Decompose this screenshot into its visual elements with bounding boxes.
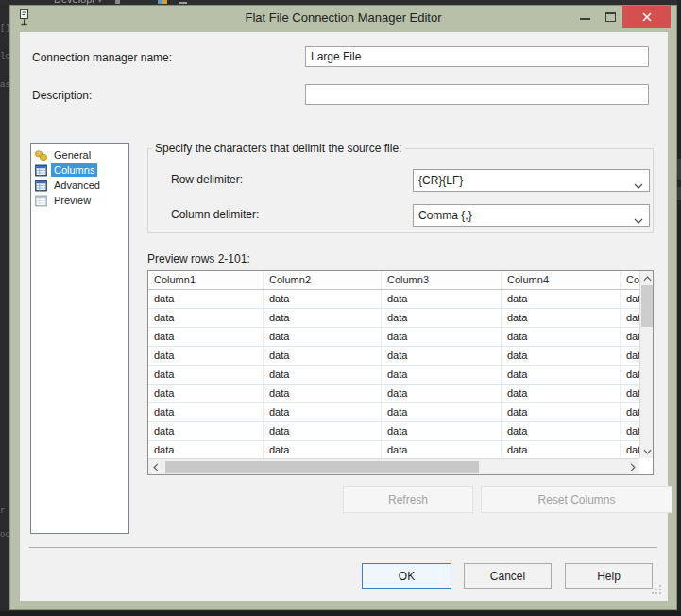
dialog-icon <box>18 9 30 31</box>
column-delimiter-value: Comma {,} <box>418 209 472 222</box>
preview-cell: data <box>502 328 621 346</box>
help-button[interactable]: Help <box>565 563 653 589</box>
sidebar-item-label: Preview <box>51 194 94 207</box>
horizontal-scroll-thumb[interactable] <box>165 461 479 473</box>
preview-cell: data <box>148 347 264 365</box>
close-button[interactable] <box>622 6 671 28</box>
table-row: datadatadatadatadata <box>148 441 653 458</box>
preview-cell: data <box>382 290 502 308</box>
preview-cell: data <box>148 422 264 440</box>
connection-name-label: Connection manager name: <box>32 51 172 64</box>
sidebar-item-label: Columns <box>51 163 97 177</box>
table-row: datadatadatadatadata <box>148 347 653 366</box>
table-row: datadatadatadatadata <box>148 385 653 403</box>
flat-file-connection-manager-dialog: Flat File Connection Manager Editor Conn… <box>9 5 677 610</box>
reset-columns-button[interactable]: Reset Columns <box>481 486 672 513</box>
cancel-button[interactable]: Cancel <box>464 563 552 589</box>
preview-cell: data <box>502 309 621 327</box>
separator-line <box>29 547 657 548</box>
table-icon <box>35 180 47 192</box>
preview-cell: data <box>148 366 264 384</box>
code-fragment: as <box>0 80 9 90</box>
connection-name-input[interactable] <box>305 46 649 67</box>
dialog-body: Connection manager name: Description: Ge… <box>20 32 668 601</box>
preview-cell: data <box>148 309 264 327</box>
delimiters-group-title: Specify the characters that delimit the … <box>151 142 405 155</box>
preview-cell: data <box>264 441 382 458</box>
preview-cell: data <box>148 290 264 308</box>
preview-cell: data <box>502 347 621 365</box>
table-row: datadatadatadatadata <box>148 328 653 347</box>
table-row: datadatadatadatadata <box>148 366 653 385</box>
sidebar-item-preview[interactable]: Preview <box>31 193 128 208</box>
horizontal-scrollbar[interactable] <box>148 458 639 474</box>
preview-cell: data <box>382 403 502 421</box>
preview-grid: Column1Column2Column3Column4Column5 data… <box>147 270 654 475</box>
preview-cell: data <box>502 441 621 458</box>
vertical-scrollbar[interactable] <box>639 271 653 458</box>
preview-cell: data <box>502 366 621 384</box>
minimize-button[interactable] <box>580 18 590 20</box>
column-header[interactable]: Column3 <box>382 271 502 289</box>
sidebar-item-columns[interactable]: Columns <box>31 163 128 178</box>
table-row: datadatadatadatadata <box>148 403 653 422</box>
column-delimiter-label: Column delimiter: <box>171 208 259 221</box>
toolbar-icon-fragment <box>115 0 120 4</box>
code-fragment: lc <box>0 52 9 61</box>
preview-cell: data <box>502 290 621 308</box>
preview-cell: data <box>502 385 621 402</box>
sidebar-item-advanced[interactable]: Advanced <box>31 178 128 193</box>
scroll-down-icon[interactable] <box>640 445 654 457</box>
preview-grid-rows: datadatadatadatadatadatadatadatadatadata… <box>148 290 653 458</box>
scroll-up-icon[interactable] <box>640 272 654 284</box>
preview-cell: data <box>382 385 502 402</box>
chevron-down-icon <box>634 179 643 192</box>
vertical-scroll-thumb[interactable] <box>641 285 653 327</box>
preview-cell: data <box>148 403 264 421</box>
titlebar[interactable]: Flat File Connection Manager Editor <box>10 6 676 32</box>
toolbar-icon-fragment <box>162 0 167 4</box>
coins-icon <box>35 149 47 162</box>
preview-cell: data <box>382 441 502 458</box>
background-bottom-edge <box>0 611 681 616</box>
dialog-title: Flat File Connection Manager Editor <box>10 6 676 30</box>
preview-cell: data <box>148 385 264 402</box>
preview-grid-header: Column1Column2Column3Column4Column5 <box>148 271 653 290</box>
sidebar-item-label: Advanced <box>51 179 103 192</box>
row-delimiter-label: Row delimiter: <box>171 173 243 186</box>
code-fragment: r <box>0 506 5 516</box>
preview-cell: data <box>264 422 382 440</box>
table-row: datadatadatadatadata <box>148 422 653 441</box>
column-header[interactable]: Column1 <box>148 271 264 289</box>
table-icon <box>35 164 47 177</box>
preview-cell: data <box>382 328 502 346</box>
resize-grip[interactable] <box>650 582 662 599</box>
preview-cell: data <box>264 347 382 365</box>
description-input[interactable] <box>305 84 649 105</box>
toolbar-icon-fragment <box>179 2 187 4</box>
scroll-left-icon[interactable] <box>149 459 162 475</box>
preview-cell: data <box>148 441 264 458</box>
code-fragment: [] <box>0 24 9 33</box>
sidebar-item-general[interactable]: General <box>31 147 128 163</box>
preview-cell: data <box>382 422 502 440</box>
preview-cell: data <box>382 347 502 365</box>
maximize-button[interactable] <box>605 12 616 22</box>
column-header[interactable]: Column2 <box>264 271 382 289</box>
scroll-right-icon[interactable] <box>626 459 638 475</box>
background-code-edge: []lcasroc <box>0 0 9 616</box>
preview-cell: data <box>382 366 502 384</box>
pages-listbox: GeneralColumnsAdvancedPreview <box>30 143 129 534</box>
preview-cell: data <box>264 290 382 308</box>
row-delimiter-combobox[interactable]: {CR}{LF} <box>413 169 650 192</box>
refresh-button[interactable]: Refresh <box>343 486 473 513</box>
column-delimiter-combobox[interactable]: Comma {,} <box>413 204 650 227</box>
ok-button[interactable]: OK <box>362 563 451 589</box>
sidebar-item-label: General <box>51 148 94 162</box>
preview-cell: data <box>264 366 382 384</box>
row-delimiter-value: {CR}{LF} <box>418 174 463 187</box>
preview-cell: data <box>502 422 621 440</box>
preview-cell: data <box>264 385 382 402</box>
column-header[interactable]: Column4 <box>502 271 621 289</box>
preview-cell: data <box>502 403 621 421</box>
